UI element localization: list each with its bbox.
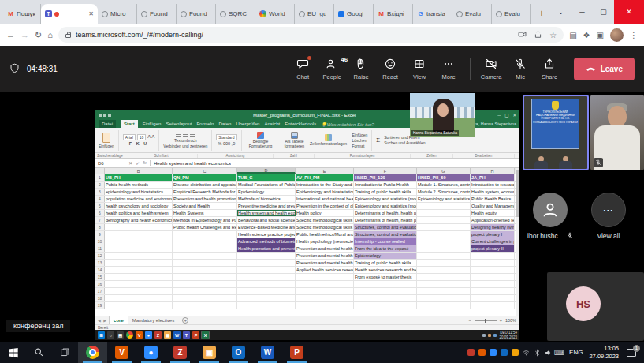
close-icon[interactable]: ✕ — [614, 0, 644, 24]
view-all-button[interactable]: ⋯ — [591, 193, 626, 227]
grid-cell[interactable]: health psychology and sociology — [105, 203, 173, 209]
grid-cell[interactable] — [237, 288, 296, 294]
grid-cell[interactable] — [417, 253, 471, 259]
grid-cell[interactable] — [354, 281, 417, 287]
tray-icon-outlook[interactable] — [501, 349, 508, 356]
row-number[interactable]: 13 — [95, 260, 105, 266]
new-tab-button[interactable]: + — [534, 6, 549, 21]
grid-cell[interactable]: Public Health Challenges and Responses — [173, 224, 237, 230]
row-number[interactable]: 6 — [95, 210, 105, 216]
grid-cell[interactable] — [471, 302, 515, 309]
grid-cell[interactable]: Epidemiology and statistics (module) — [354, 203, 417, 209]
row-number[interactable]: 2 — [95, 182, 105, 188]
grid-cell[interactable]: Epidemiology and biostatistics — [296, 189, 354, 195]
sheet-tab-core[interactable]: core — [109, 316, 128, 324]
chat-button[interactable]: Chat — [288, 58, 318, 80]
shared-search-icon[interactable]: ○ — [107, 331, 114, 339]
grid-cell[interactable]: Prevention and health promotion — [173, 196, 237, 202]
tab-search-icon[interactable]: ⌄ — [550, 0, 571, 24]
grid-cell[interactable] — [105, 274, 173, 280]
tray-icon-red[interactable] — [467, 349, 475, 356]
grid-cell[interactable]: AV_PH_PM — [296, 174, 354, 181]
react-button[interactable]: React — [376, 58, 405, 80]
insert-cells-button[interactable]: Einfügen — [352, 133, 368, 137]
tell-me-hint[interactable]: 💡Was möchten Sie tun? — [321, 122, 374, 127]
autosum-icon[interactable]: Σ — [376, 137, 380, 144]
maximize-icon[interactable]: ▢ — [593, 0, 614, 24]
grid-cell[interactable] — [417, 260, 471, 266]
grid-cell[interactable] — [417, 217, 471, 223]
browser-tab[interactable]: Evalu — [452, 4, 492, 24]
grid-cell[interactable]: Methods of biometrics — [237, 196, 296, 202]
grid-cell[interactable] — [173, 260, 237, 266]
shared-teams-app-icon[interactable]: T — [183, 331, 190, 339]
grid-cell[interactable]: Methods in Epidemiology and Public Healt… — [173, 217, 237, 223]
tray-icon-folder[interactable] — [512, 349, 519, 356]
row-number[interactable]: 14 — [95, 267, 105, 273]
grid-cell[interactable]: Public Health Basics — [471, 196, 515, 202]
font-size-box[interactable]: 10 — [137, 134, 147, 140]
mic-button[interactable]: Mic — [506, 58, 535, 80]
volume-icon[interactable] — [545, 349, 552, 356]
grid-cell[interactable] — [417, 295, 471, 301]
row-number[interactable]: 4 — [95, 196, 105, 202]
format-as-table-button[interactable]: Als Tabelle formatieren — [280, 132, 310, 148]
browser-tab[interactable]: MВхідні — [374, 4, 413, 24]
grid-cell[interactable]: Health equity — [471, 210, 515, 216]
grid-cell[interactable]: Determinants of health, health promotion — [354, 217, 417, 223]
grid-cell[interactable]: HNSD_PH_120 — [354, 174, 417, 181]
browser-tab[interactable]: T✕ — [41, 4, 98, 24]
grid-cell[interactable] — [296, 281, 354, 287]
grid-cell[interactable]: Health system, economy — [471, 189, 515, 195]
row-number[interactable]: 12 — [95, 253, 105, 259]
name-box[interactable]: D6 — [95, 161, 125, 166]
grid-cell[interactable]: Introduction to Public Health — [354, 182, 417, 188]
grid-cell[interactable]: QN_PM — [173, 174, 237, 181]
grid-cell[interactable] — [173, 302, 237, 309]
grid-cell[interactable] — [417, 210, 471, 216]
view-button[interactable]: View — [405, 58, 434, 80]
grid-cell[interactable] — [105, 231, 173, 238]
shared-shield-app-icon[interactable]: V — [136, 331, 143, 339]
grid-cell[interactable]: Module 1. Structures, control and — [417, 182, 471, 188]
grid-cell[interactable]: Public health methods — [105, 182, 173, 188]
grid-cell[interactable] — [417, 245, 471, 252]
grid-cell[interactable] — [173, 245, 237, 252]
cell-styles-button[interactable]: Zellenformatvorlagen — [314, 134, 344, 147]
grid-cell[interactable]: Designing healthy living — [471, 224, 515, 230]
browser-tab[interactable]: Found — [137, 4, 177, 24]
row-number[interactable]: 9 — [95, 231, 105, 238]
browser-tab[interactable]: Micro — [98, 4, 137, 24]
browser-tab[interactable]: World — [255, 4, 295, 24]
grid-cell[interactable]: Empirical Research Methods for Epidemiol… — [173, 189, 237, 195]
grid-cell[interactable] — [237, 302, 296, 309]
grid-cell[interactable] — [471, 288, 515, 294]
row-number[interactable]: 3 — [95, 189, 105, 195]
powerpoint-taskbar-button[interactable]: P — [282, 342, 311, 363]
grid-cell[interactable] — [296, 274, 354, 280]
excel-menu-entwicklertools[interactable]: Entwicklertools — [285, 122, 316, 126]
notification-center-icon[interactable]: 1 — [623, 345, 640, 361]
grid-cell[interactable] — [237, 281, 296, 287]
grid-cell[interactable]: Specific methodological skills in PH — [296, 217, 354, 223]
row-number[interactable]: 7 — [95, 217, 105, 223]
grid-cell[interactable]: Health policy — [296, 210, 354, 216]
bookmark-star-icon[interactable]: ☆ — [549, 31, 557, 39]
grid-cell[interactable]: HNSD_PH_60 — [417, 174, 471, 181]
grid-cell[interactable]: Specific methodological skills in PH — [296, 224, 354, 230]
browser-tab[interactable]: MПошук — [3, 4, 41, 24]
row-number[interactable]: 10 — [95, 238, 105, 245]
column-header-H[interactable]: H — [471, 168, 515, 174]
grid-cell[interactable] — [237, 253, 296, 259]
row-number[interactable]: 15 — [95, 274, 105, 280]
grid-cell[interactable]: Training of public health skills — [354, 189, 417, 195]
column-header-D[interactable]: D — [237, 168, 296, 174]
format-cells-button[interactable]: Format — [352, 144, 368, 148]
grid-cell[interactable] — [296, 288, 354, 294]
grid-cell[interactable] — [237, 267, 296, 273]
z-app-taskbar-button[interactable]: Z — [166, 342, 195, 363]
bold-italic-underline[interactable]: F K U — [129, 141, 148, 146]
grid-cell[interactable] — [471, 274, 515, 280]
grid-cell[interactable] — [471, 253, 515, 259]
shared-screen[interactable]: Master_programs_curriculum_FINAL.xlsx - … — [95, 110, 519, 340]
